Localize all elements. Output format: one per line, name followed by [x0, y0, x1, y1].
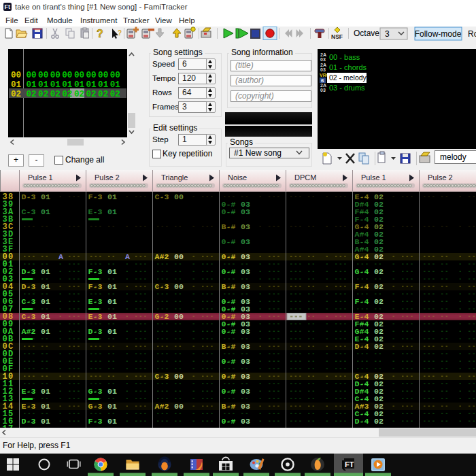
svg-text:01: 01 — [107, 327, 117, 336]
svg-text:02: 02 — [98, 90, 108, 99]
svg-text:B-#: B-# — [222, 402, 236, 411]
svg-text:03: 03 — [241, 237, 250, 246]
svg-text:0-#: 0-# — [222, 387, 236, 396]
svg-text:DPCM: DPCM — [294, 173, 316, 182]
svg-text:0-#: 0-# — [222, 327, 236, 336]
svg-text:00: 00 — [174, 282, 184, 291]
svg-text:D-3: D-3 — [22, 417, 36, 426]
svg-text:3: 3 — [385, 29, 390, 39]
svg-text:E-3: E-3 — [88, 297, 103, 306]
svg-text:C-3: C-3 — [155, 372, 169, 381]
svg-text:A: A — [125, 252, 130, 261]
svg-text:E-3: E-3 — [22, 387, 36, 396]
svg-text:01: 01 — [98, 80, 109, 90]
svg-text:?: ? — [97, 28, 103, 39]
svg-text:02: 02 — [374, 417, 384, 426]
svg-text:03: 03 — [241, 402, 250, 411]
svg-text:B-#: B-# — [222, 342, 236, 351]
svg-text:2A: 2A — [320, 52, 326, 57]
svg-text:00: 00 — [98, 71, 108, 80]
svg-text:03: 03 — [320, 88, 326, 92]
svg-text:01: 01 — [41, 402, 50, 411]
svg-text:02: 02 — [74, 90, 84, 99]
svg-text:01: 01 — [107, 417, 117, 426]
svg-text:D-3: D-3 — [22, 267, 36, 276]
svg-text:C-3: C-3 — [22, 207, 36, 216]
svg-text:F-4: F-4 — [355, 282, 369, 291]
svg-text:02: 02 — [374, 252, 384, 261]
svg-text:03: 03 — [241, 417, 250, 426]
svg-text:01: 01 — [107, 387, 117, 396]
svg-text:C-3: C-3 — [22, 297, 36, 306]
svg-text:A#2: A#2 — [22, 327, 36, 336]
svg-text:01: 01 — [107, 207, 117, 216]
svg-text:0-#: 0-# — [222, 372, 236, 381]
svg-text:C-3: C-3 — [155, 192, 169, 201]
svg-text:00: 00 — [174, 312, 184, 321]
svg-text:C-3: C-3 — [22, 312, 36, 321]
svg-text:00: 00 — [174, 252, 184, 261]
svg-text:03: 03 — [241, 327, 250, 336]
svg-text:2A: 2A — [320, 83, 326, 88]
svg-text:03: 03 — [241, 252, 250, 261]
svg-text:02: 02 — [27, 90, 37, 99]
svg-text:01: 01 — [50, 80, 61, 90]
svg-text:0-#: 0-# — [222, 207, 236, 216]
svg-text:00: 00 — [27, 71, 37, 80]
svg-text:00 - bass: 00 - bass — [329, 53, 360, 61]
svg-text:01: 01 — [41, 327, 50, 336]
svg-text:G-2: G-2 — [155, 312, 169, 321]
svg-text:0-#: 0-# — [222, 417, 236, 426]
svg-text:02: 02 — [374, 342, 384, 351]
svg-text:FT: FT — [345, 460, 354, 469]
svg-text:02: 02 — [38, 90, 48, 99]
svg-text:00: 00 — [11, 71, 21, 80]
svg-text:01: 01 — [27, 80, 37, 90]
svg-text:01: 01 — [62, 80, 73, 90]
svg-text:01: 01 — [41, 282, 50, 291]
svg-text:D-4: D-4 — [355, 342, 369, 351]
svg-text:03: 03 — [320, 67, 326, 72]
svg-text:B-#: B-# — [222, 282, 236, 291]
svg-text:01: 01 — [11, 80, 22, 90]
svg-text:01: 01 — [107, 297, 117, 306]
svg-text:Triangle: Triangle — [161, 173, 188, 182]
svg-text:F-3: F-3 — [88, 192, 103, 201]
svg-text:E-3: E-3 — [22, 402, 36, 411]
svg-text:Octave: Octave — [354, 29, 379, 38]
svg-text:03 - drums: 03 - drums — [329, 84, 365, 92]
svg-text:E-3: E-3 — [88, 312, 103, 321]
svg-text:F-3: F-3 — [88, 417, 103, 426]
svg-text:Follow-mode: Follow-mode — [415, 29, 462, 39]
svg-text:01: 01 — [107, 312, 117, 321]
svg-text:00: 00 — [174, 192, 184, 201]
svg-text:00: 00 — [86, 71, 97, 80]
svg-text:Noise: Noise — [228, 173, 247, 182]
svg-text:03: 03 — [241, 222, 250, 231]
svg-text:00: 00 — [38, 71, 48, 80]
svg-text:01: 01 — [107, 192, 117, 201]
svg-text:01 - chords: 01 - chords — [329, 63, 367, 71]
svg-text:02: 02 — [11, 90, 21, 99]
svg-text:D-3: D-3 — [88, 327, 103, 336]
svg-text:02 - melody: 02 - melody — [329, 73, 367, 82]
svg-text:Ro: Ro — [468, 29, 476, 39]
svg-text:02: 02 — [374, 267, 384, 276]
svg-text:03: 03 — [320, 57, 326, 62]
svg-text:01: 01 — [41, 297, 50, 306]
svg-text:01: 01 — [107, 282, 117, 291]
svg-text:01: 01 — [107, 402, 117, 411]
svg-text:03: 03 — [241, 267, 250, 276]
svg-text:02: 02 — [110, 90, 120, 99]
svg-text:B-#: B-# — [222, 222, 236, 231]
svg-text:A: A — [58, 252, 63, 261]
svg-text:00: 00 — [50, 71, 61, 80]
svg-text:C-3: C-3 — [155, 282, 169, 291]
svg-text:01: 01 — [41, 387, 50, 396]
svg-text:00: 00 — [110, 71, 120, 80]
svg-text:01: 01 — [38, 80, 49, 90]
svg-text:03: 03 — [241, 387, 250, 396]
svg-text:00: 00 — [62, 71, 72, 80]
svg-text:00: 00 — [174, 402, 184, 411]
svg-text:0-#: 0-# — [222, 252, 236, 261]
